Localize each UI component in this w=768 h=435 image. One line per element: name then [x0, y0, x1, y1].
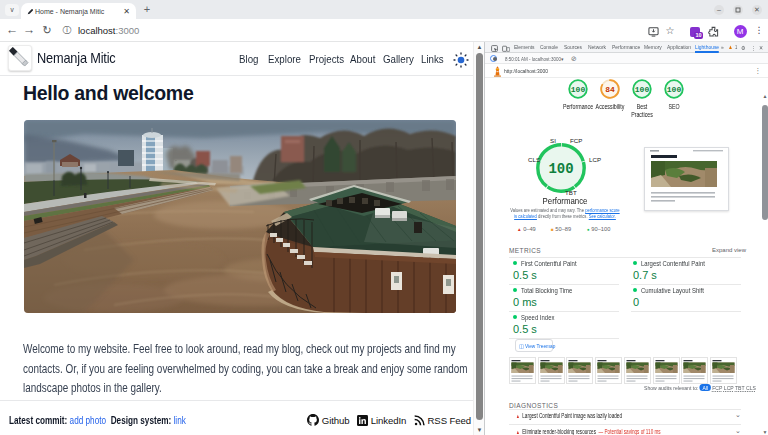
svg-text:100: 100: [634, 85, 649, 94]
svg-text:100: 100: [570, 85, 585, 94]
svg-text:84: 84: [605, 85, 615, 94]
svg-text:100: 100: [549, 161, 574, 177]
svg-text:100: 100: [666, 85, 681, 94]
